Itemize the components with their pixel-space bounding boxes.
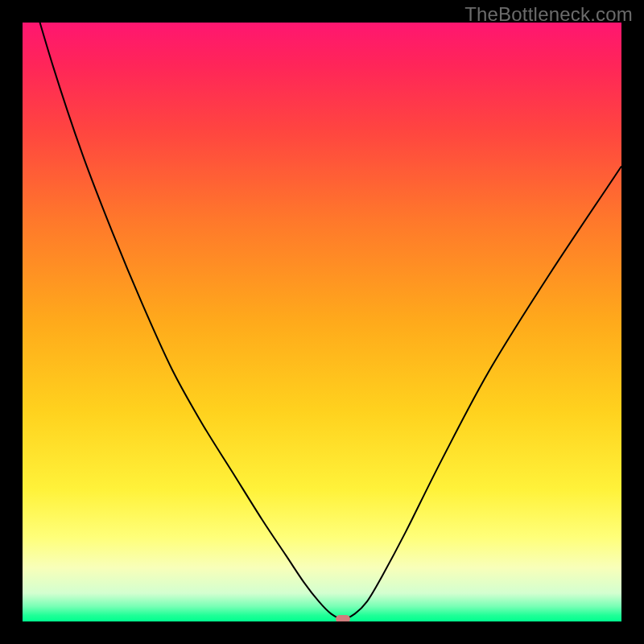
bottleneck-curve xyxy=(23,23,621,621)
chart-frame: TheBottleneck.com xyxy=(0,0,644,644)
optimal-marker xyxy=(336,615,349,621)
plot-area xyxy=(23,23,621,621)
